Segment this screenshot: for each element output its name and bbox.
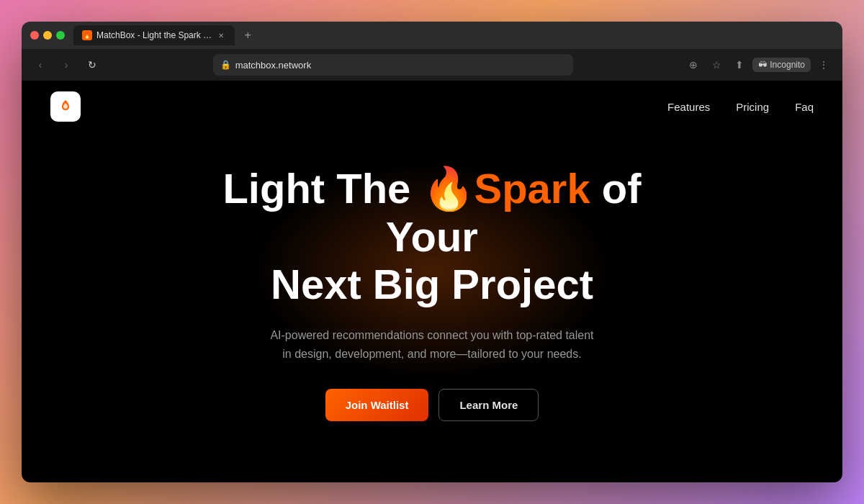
hero-title: Light The 🔥Spark of Your Next Big Projec… [173, 165, 691, 309]
browser-toolbar: ‹ › ↻ 🔒 matchbox.network ⊕ ☆ ⬆ 🕶 Incogni… [22, 49, 842, 81]
site-nav: Features Pricing Faq [22, 81, 842, 132]
traffic-lights [30, 31, 65, 40]
forward-button[interactable]: › [56, 55, 76, 75]
cast-icon[interactable]: ⊕ [683, 55, 703, 75]
cta-buttons: Join Waitlist Learn More [325, 389, 539, 421]
browser-window: 🔥 MatchBox - Light the Spark … ✕ + ‹ › ↻… [22, 22, 842, 482]
site-logo[interactable] [50, 91, 81, 122]
nav-features[interactable]: Features [667, 101, 710, 113]
secure-icon: 🔒 [220, 60, 231, 70]
fire-icon: 🔥 [423, 165, 474, 212]
address-text: matchbox.network [235, 60, 312, 71]
browser-titlebar: 🔥 MatchBox - Light the Spark … ✕ + [22, 22, 842, 49]
close-button[interactable] [30, 31, 39, 40]
hero-section: Light The 🔥Spark of Your Next Big Projec… [22, 132, 842, 482]
learn-more-button[interactable]: Learn More [438, 389, 539, 421]
minimize-button[interactable] [43, 31, 52, 40]
nav-faq[interactable]: Faq [795, 101, 814, 113]
nav-pricing[interactable]: Pricing [736, 101, 769, 113]
tab-close-button[interactable]: ✕ [216, 30, 226, 40]
incognito-label: Incognito [770, 60, 805, 70]
extensions-icon[interactable]: ⬆ [729, 55, 750, 75]
incognito-badge: 🕶 Incognito [752, 58, 811, 72]
hero-spark-word: 🔥Spark [423, 165, 590, 212]
toolbar-right: ⊕ ☆ ⬆ 🕶 Incognito ⋮ [683, 55, 834, 75]
bookmark-icon[interactable]: ☆ [706, 55, 726, 75]
refresh-button[interactable]: ↻ [82, 55, 102, 75]
tab-favicon-icon: 🔥 [82, 30, 92, 40]
address-bar[interactable]: 🔒 matchbox.network [213, 54, 573, 76]
menu-icon[interactable]: ⋮ [814, 55, 834, 75]
tab-title: MatchBox - Light the Spark … [96, 30, 212, 40]
active-tab[interactable]: 🔥 MatchBox - Light the Spark … ✕ [73, 25, 235, 45]
new-tab-button[interactable]: + [239, 27, 256, 44]
join-waitlist-button[interactable]: Join Waitlist [325, 389, 429, 421]
tab-bar: 🔥 MatchBox - Light the Spark … ✕ + [73, 25, 834, 45]
nav-links: Features Pricing Faq [667, 101, 814, 113]
logo-icon [56, 97, 75, 116]
back-button[interactable]: ‹ [30, 55, 50, 75]
maximize-button[interactable] [56, 31, 65, 40]
hero-title-line2: Next Big Project [271, 261, 593, 307]
incognito-icon: 🕶 [758, 60, 767, 70]
hero-title-part1: Light The [222, 165, 422, 212]
page-content: Features Pricing Faq Light The 🔥Spark of… [22, 81, 842, 482]
hero-subtitle: AI-powered recommendations connect you w… [266, 326, 598, 363]
